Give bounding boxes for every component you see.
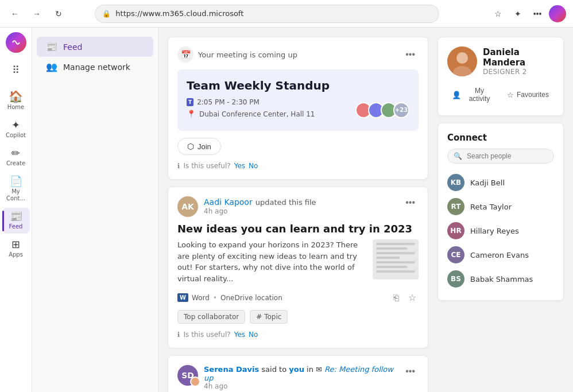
meeting-card: 📅 Your meeting is coming up ••• Team Wee… [168, 37, 428, 180]
profile-avatar[interactable] [447, 46, 477, 76]
star-button[interactable]: ☆ [406, 290, 419, 305]
meeting-details-row: T 2:05 PM - 2:30 PM 📍 Dubai Conference C… [187, 98, 409, 122]
post-file-row: W Word • OneDrive location ⎗ ☆ [177, 290, 419, 305]
join-icon: ⬡ [187, 142, 194, 151]
connect-person-4[interactable]: CE Cameron Evans [447, 243, 554, 267]
profile-header: Daniela Mandera DESIGNER 2 [447, 46, 554, 76]
sidebar-item-apps[interactable]: ⊞ Apps [2, 236, 30, 262]
message-author-line: Serena Davis said to you in ✉ Re: Meetin… [204, 365, 396, 382]
copilot-label: Copilot [6, 132, 26, 139]
connect-person-5[interactable]: BS Babak Shammas [447, 267, 554, 291]
post-thumbnail [373, 239, 419, 280]
person-avatar-2: RT [447, 198, 464, 215]
share-button[interactable]: ⎗ [391, 290, 401, 305]
post-title: New ideas you can learn and try in 2023 [177, 223, 419, 235]
home-icon: 🏠 [9, 91, 23, 102]
post-time: 4h ago [204, 207, 396, 215]
lock-icon: 🔒 [102, 10, 111, 18]
meeting-menu-button[interactable]: ••• [402, 48, 419, 61]
tag-topic[interactable]: # Topic [250, 310, 288, 324]
thumb-line-5 [376, 261, 415, 263]
sidebar-feed-label: Feed [63, 42, 82, 52]
feed-label: Feed [9, 223, 23, 230]
main-content: 📅 Your meeting is coming up ••• Team Wee… [158, 28, 573, 392]
meeting-header-icon: 📅 [177, 46, 193, 63]
thumb-line-4 [376, 257, 400, 259]
post-feedback-no[interactable]: No [249, 331, 258, 339]
sidebar-manage-network-label: Manage network [63, 63, 130, 72]
activity-icon: 👤 [452, 91, 461, 99]
my-activity-tab[interactable]: 👤 My activity [447, 83, 500, 106]
thumb-line-1 [376, 243, 415, 245]
app-logo [6, 32, 26, 53]
apps-grid-button[interactable]: ⠿ [6, 60, 26, 80]
file-label[interactable]: Word [192, 294, 210, 302]
feedback-no[interactable]: No [249, 162, 258, 170]
activity-label: My activity [464, 87, 495, 103]
meeting-feedback-row: ℹ️ Is this useful? Yes No [177, 162, 419, 170]
connect-search[interactable]: 🔍 [447, 149, 554, 164]
post-action: updated this file [255, 198, 316, 207]
back-button[interactable]: ← [7, 6, 23, 22]
post-card: AK Aadi Kapoor updated this file 4h ago … [168, 187, 428, 348]
sidebar-item-feed[interactable]: 📰 Feed [2, 208, 30, 234]
sidebar-item-copilot[interactable]: ✦ Copilot [2, 117, 30, 142]
url-text: https://www.m365.cloud.microsoft [115, 9, 243, 18]
feedback-icon: ℹ️ [177, 162, 180, 170]
post-feedback-yes[interactable]: Yes [234, 331, 245, 339]
sidebar-manage-network-item[interactable]: 👥 Manage network [37, 57, 153, 77]
message-menu-button[interactable]: ••• [402, 365, 419, 378]
sidebar-item-home[interactable]: 🏠 Home [2, 87, 30, 114]
meeting-details-col: T 2:05 PM - 2:30 PM 📍 Dubai Conference C… [187, 98, 355, 122]
search-people-input[interactable] [467, 152, 553, 160]
connect-person-1[interactable]: KB Kadji Bell [447, 170, 554, 195]
meeting-time: 2:05 PM - 2:30 PM [197, 98, 260, 106]
file-location[interactable]: OneDrive location [220, 294, 282, 302]
word-icon: W [177, 293, 188, 302]
profile-tabs: 👤 My activity ☆ Favourites [447, 83, 554, 106]
favorites-icon[interactable]: ☆ [490, 6, 506, 22]
post-author-avatar: AK [177, 196, 198, 217]
meeting-location: Dubai Conference Center, Hall 11 [199, 110, 315, 118]
sidebar-item-mycontent[interactable]: 📄 My Cont... [2, 173, 30, 205]
profile-card: Daniela Mandera DESIGNER 2 👤 My activity… [438, 37, 564, 116]
teams-logo-icon: T [187, 98, 193, 106]
message-header: SD Serena Davis said to you in ✉ Re: Mee… [177, 365, 419, 390]
message-you: you [289, 365, 304, 374]
post-author-line: Aadi Kapoor updated this file [204, 196, 396, 207]
address-bar[interactable]: 🔒 https://www.m365.cloud.microsoft [95, 5, 439, 23]
mycontent-label: My Cont... [5, 188, 28, 202]
message-email-icon: ✉ [316, 365, 322, 374]
rail-copilot-wrapper: ✦ Copilot [2, 117, 30, 142]
post-menu-button[interactable]: ••• [402, 196, 419, 209]
mycontent-icon: 📄 [10, 176, 22, 187]
meeting-location-detail: 📍 Dubai Conference Center, Hall 11 [187, 110, 355, 118]
more-options-button[interactable]: ••• [529, 6, 545, 22]
meeting-body: Team Weekly Standup T 2:05 PM - 2:30 PM … [177, 69, 419, 131]
thumb-line-6 [376, 266, 407, 268]
sidebar-item-create[interactable]: ✏️ Create [2, 145, 30, 170]
tag-collaborator[interactable]: Top collaborator [177, 310, 245, 324]
connect-person-3[interactable]: HR Hillary Reyes [447, 219, 554, 243]
sidebar-feed-item[interactable]: 📰 Feed [37, 37, 153, 57]
meeting-avatar-count: +23 [393, 102, 409, 118]
star-icon[interactable]: ✦ [510, 6, 526, 22]
user-avatar[interactable] [549, 5, 566, 22]
message-author-name[interactable]: Serena Davis [204, 365, 259, 374]
post-body: Looking to expand your horizons in 2023?… [177, 239, 419, 284]
forward-button[interactable]: → [29, 6, 45, 22]
connect-person-2[interactable]: RT Reta Taylor [447, 195, 554, 219]
join-button[interactable]: ⬡ Join [177, 138, 221, 155]
message-in: in [307, 365, 316, 374]
post-author-name[interactable]: Aadi Kapoor [204, 197, 253, 207]
favourites-tab[interactable]: ☆ Favourites [502, 83, 554, 106]
meeting-avatars: +23 [355, 102, 409, 118]
person-name-2: Reta Taylor [470, 203, 512, 211]
rail-create-wrapper: ✏️ Create [2, 145, 30, 170]
meeting-title: Team Weekly Standup [187, 79, 409, 92]
sidebar: 📰 Feed 👥 Manage network [32, 28, 158, 392]
refresh-button[interactable]: ↻ [51, 6, 67, 22]
browser-tools: ☆ ✦ ••• [490, 5, 566, 22]
feedback-yes[interactable]: Yes [234, 162, 245, 170]
thumb-line-2 [376, 247, 407, 250]
